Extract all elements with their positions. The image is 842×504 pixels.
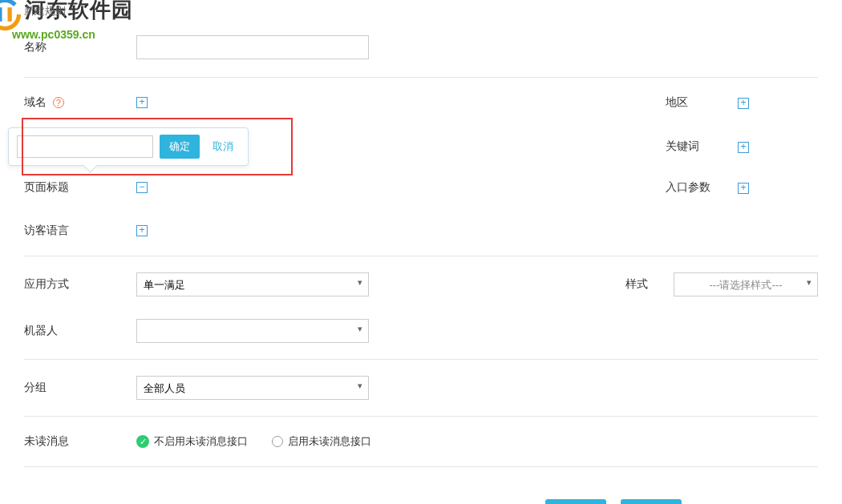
domain-label-text: 域名: [24, 95, 47, 108]
popover-confirm-button[interactable]: 确定: [160, 135, 200, 159]
domain-add-button[interactable]: +: [136, 97, 148, 108]
robot-select[interactable]: [136, 319, 369, 343]
check-icon: ✓: [136, 435, 149, 448]
entryparams-label: 入口参数: [666, 180, 738, 195]
svg-rect-2: [0, 7, 2, 22]
group-select[interactable]: 全部人员: [136, 376, 369, 400]
divider: [24, 256, 818, 256]
applymode-select[interactable]: 单一满足: [136, 272, 369, 296]
help-icon[interactable]: ?: [53, 97, 64, 108]
popover-cancel-button[interactable]: 取消: [206, 135, 240, 159]
unread-disable-label: 不启用未读消息接口: [154, 434, 248, 449]
visitorlang-label: 访客语言: [24, 224, 136, 238]
visitorlang-add-button[interactable]: +: [136, 225, 148, 236]
svg-rect-3: [8, 7, 12, 22]
cancel-button[interactable]: 取消: [621, 499, 682, 504]
region-label: 地区: [666, 95, 738, 110]
page-title: 新建规则: [24, 4, 818, 18]
divider: [24, 359, 818, 360]
radio-icon: [272, 436, 283, 447]
keyword-label: 关键词: [666, 139, 738, 154]
unread-enable-radio[interactable]: 启用未读消息接口: [272, 434, 371, 449]
search-popover: 确定 取消: [8, 127, 249, 166]
unread-disable-radio[interactable]: ✓ 不启用未读消息接口: [136, 434, 248, 449]
entryparams-add-button[interactable]: +: [738, 183, 749, 194]
unread-enable-label: 启用未读消息接口: [288, 434, 371, 449]
style-select[interactable]: ---请选择样式---: [674, 272, 818, 296]
region-add-button[interactable]: +: [738, 98, 749, 109]
keyword-add-button[interactable]: +: [738, 142, 749, 153]
divider: [24, 416, 818, 417]
robot-label: 机器人: [24, 324, 136, 338]
watermark-url: www.pc0359.cn: [12, 28, 133, 41]
unread-label: 未读消息: [24, 434, 136, 449]
name-label: 名称: [24, 40, 136, 54]
watermark-logo-icon: [0, 0, 22, 31]
search-popover-input[interactable]: [17, 135, 153, 158]
pagetitle-label: 页面标题: [24, 180, 136, 195]
pagetitle-collapse-button[interactable]: −: [136, 182, 148, 193]
save-button[interactable]: 保存: [545, 499, 606, 504]
divider: [24, 77, 818, 78]
group-label: 分组: [24, 381, 136, 395]
name-input[interactable]: [136, 35, 369, 59]
applymode-label: 应用方式: [24, 277, 136, 292]
domain-label: 域名 ?: [24, 95, 136, 110]
divider: [24, 466, 818, 467]
style-label: 样式: [625, 277, 674, 292]
